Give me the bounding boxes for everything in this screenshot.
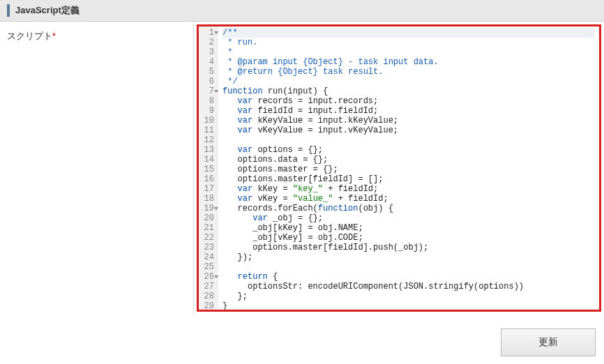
code-line[interactable]: options.master = {}; (222, 165, 595, 174)
code-line[interactable]: /** (222, 28, 595, 38)
line-number: 25 (202, 262, 214, 272)
line-number: 24 (202, 252, 214, 262)
code-line[interactable]: _obj[vKey] = obj.CODE; (222, 233, 595, 243)
line-number: 2 (202, 38, 214, 47)
code-line[interactable]: var fieldId = input.fieldId; (222, 106, 595, 116)
code-line[interactable]: records.forEach(function(obj) { (222, 204, 595, 213)
line-number: 9 (202, 106, 214, 116)
line-number: 22 (202, 233, 214, 243)
line-number: 14 (202, 155, 214, 165)
line-number: 23 (202, 243, 214, 252)
code-line[interactable]: var vKeyValue = input.vKeyValue; (222, 126, 595, 135)
code-line[interactable]: }; (222, 291, 595, 301)
line-number: 19 (202, 204, 214, 213)
line-number: 21 (202, 223, 214, 233)
line-number: 13 (202, 145, 214, 155)
section-header: JavaScript定義 (0, 0, 604, 22)
code-body[interactable]: /** * run. * * @param input {Object} - t… (218, 26, 599, 312)
code-line[interactable] (222, 262, 595, 272)
code-line[interactable]: var records = input.records; (222, 96, 595, 106)
code-line[interactable]: optionsStr: encodeURIComponent(JSON.stri… (222, 282, 595, 291)
code-line[interactable]: var vKey = "value_" + fieldId; (222, 194, 595, 204)
line-number: 26 (202, 272, 214, 282)
code-line[interactable]: } (222, 301, 595, 311)
code-editor[interactable]: 1234567891011121314151617181920212223242… (197, 24, 601, 312)
code-line[interactable]: * (222, 47, 595, 57)
code-line[interactable] (222, 311, 595, 312)
line-number: 3 (202, 47, 214, 57)
line-number: 17 (202, 184, 214, 194)
code-line[interactable]: var kKeyValue = input.kKeyValue; (222, 116, 595, 126)
line-number: 18 (202, 194, 214, 204)
code-line[interactable]: function run(input) { (222, 86, 595, 96)
line-number: 1 (202, 28, 214, 38)
code-line[interactable]: var _obj = {}; (222, 213, 595, 223)
line-number: 10 (202, 116, 214, 126)
line-number: 27 (202, 282, 214, 291)
code-line[interactable]: }); (222, 252, 595, 262)
code-line[interactable]: options.master[fieldId].push(_obj); (222, 243, 595, 252)
line-number: 7 (202, 86, 214, 96)
line-number: 30 (202, 311, 214, 312)
line-number: 16 (202, 174, 214, 184)
line-number: 29 (202, 301, 214, 311)
code-line[interactable]: * @return {Object} task result. (222, 67, 595, 77)
script-label: スクリプト (7, 31, 52, 41)
code-line[interactable]: var kKey = "key_" + fieldId; (222, 184, 595, 194)
right-pane: 1234567891011121314151617181920212223242… (194, 22, 604, 316)
line-number: 6 (202, 77, 214, 86)
line-number: 20 (202, 213, 214, 223)
code-line[interactable]: */ (222, 77, 595, 86)
code-line[interactable]: var options = {}; (222, 145, 595, 155)
code-line[interactable]: _obj[kKey] = obj.NAME; (222, 223, 595, 233)
line-number: 28 (202, 291, 214, 301)
line-number: 5 (202, 67, 214, 77)
header-title: JavaScript定義 (15, 4, 80, 17)
line-number: 15 (202, 165, 214, 174)
line-number: 8 (202, 96, 214, 106)
code-line[interactable]: * run. (222, 38, 595, 47)
header-accent (7, 4, 10, 17)
line-number: 4 (202, 57, 214, 67)
required-mark: * (52, 31, 56, 41)
footer: 更新 (0, 316, 604, 364)
code-line[interactable] (222, 135, 595, 145)
code-line[interactable]: options.data = {}; (222, 155, 595, 165)
line-gutter: 1234567891011121314151617181920212223242… (199, 26, 218, 312)
update-button[interactable]: 更新 (501, 328, 596, 356)
code-line[interactable]: * @param input {Object} - task input dat… (222, 57, 595, 67)
line-number: 12 (202, 135, 214, 145)
content-area: スクリプト* 123456789101112131415161718192021… (0, 22, 604, 316)
line-number: 11 (202, 126, 214, 135)
left-pane: スクリプト* (0, 22, 194, 316)
code-line[interactable]: return { (222, 272, 595, 282)
code-line[interactable]: options.master[fieldId] = []; (222, 174, 595, 184)
